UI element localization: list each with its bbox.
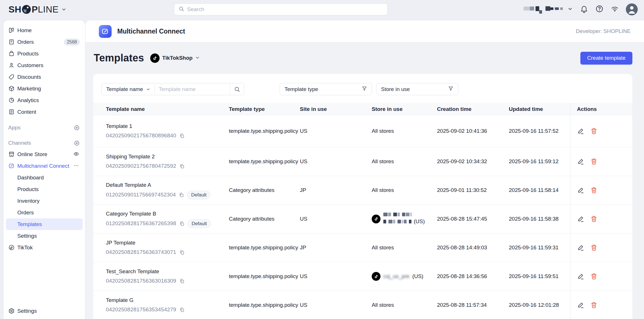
cell-template-name: Default Template A0120250901175669745230… [106, 181, 210, 199]
cell-updated-time: 2025-09-16 11:57:52 [509, 127, 559, 135]
column-header-actions: Actions [577, 103, 597, 115]
delete-trash-icon[interactable] [590, 273, 598, 280]
sidebar-item-content[interactable]: Content [6, 106, 83, 118]
template-name-input[interactable] [159, 86, 226, 92]
search-button[interactable] [230, 83, 244, 95]
sidebar-item-tiktok[interactable]: TikTok [6, 242, 83, 253]
cell-creation-time: 2025-08-28 14:49:03 [437, 244, 487, 252]
cell-template-name: Template 104202509021756780896840 [106, 123, 185, 139]
copy-id-icon[interactable] [179, 307, 185, 312]
page-title: Templates [94, 52, 144, 64]
sidebar-item-discounts[interactable]: Discounts [6, 71, 83, 83]
redacted-store-name[interactable] [524, 5, 563, 14]
products-icon [8, 50, 15, 57]
global-search-input[interactable] [187, 6, 383, 13]
cell-template-name: JP Template04202508281756363743071 [106, 239, 185, 256]
add-channels-icon[interactable] [74, 140, 80, 146]
cell-site-in-use: JP [300, 187, 306, 194]
template-name: Category Template B [106, 210, 211, 218]
sidebar-item-label: Marketing [17, 86, 41, 92]
cell-store-in-use: All stores [372, 244, 394, 252]
funnel-icon [448, 86, 454, 93]
sidebar-subitem-dashboard[interactable]: Dashboard [6, 172, 83, 183]
sidebar-section-label: Apps [8, 125, 20, 131]
sidebar-item-customers[interactable]: Customers [6, 59, 83, 71]
edit-icon[interactable] [577, 215, 585, 223]
delete-trash-icon[interactable] [590, 158, 598, 165]
cell-creation-time: 2025-08-28 15:47:45 [437, 215, 487, 223]
sidebar-item-label: Orders [17, 39, 34, 45]
sidebar-section-apps: Apps [6, 122, 83, 133]
copy-id-icon[interactable] [179, 133, 185, 138]
global-search[interactable] [174, 3, 388, 15]
avatar[interactable] [626, 3, 638, 15]
sidebar-item-orders[interactable]: Orders2568 [6, 36, 83, 48]
ellipsis-icon[interactable] [73, 163, 80, 169]
actions-column-divider [570, 103, 570, 319]
sidebar-item-label: Customers [17, 62, 43, 69]
sidebar-item-marketing[interactable]: Marketing [6, 83, 83, 94]
topbar-actions [524, 0, 638, 19]
shopline-mascot-icon [22, 5, 31, 14]
sidebar-subitem-templates[interactable]: Templates [6, 218, 83, 230]
sidebar-subitem-settings[interactable]: Settings [6, 230, 83, 242]
sidebar-item-analytics[interactable]: Analytics [6, 94, 83, 106]
table-row: Test_Search Template04202508281756363016… [93, 262, 632, 291]
cell-site-in-use: US [300, 127, 307, 135]
sidebar-item-online-store[interactable]: Online Store [6, 148, 83, 160]
edit-icon[interactable] [577, 158, 585, 165]
sidebar-subitem-inventory[interactable]: Inventory [6, 195, 83, 207]
table-body: Template 104202509021756780896840templat… [93, 115, 632, 319]
copy-id-icon[interactable] [179, 163, 185, 169]
template-name: Test_Search Template [106, 268, 185, 276]
store-region-suffix: (US) [412, 273, 423, 280]
sidebar-subitem-orders[interactable]: Orders [6, 207, 83, 218]
help-icon[interactable] [595, 5, 604, 14]
cell-template-name: Category Template B012025082817563672653… [106, 210, 211, 228]
delete-trash-icon[interactable] [590, 244, 598, 252]
store-icon [8, 151, 15, 158]
shopline-logo[interactable]: SHPLINE [9, 0, 66, 19]
cell-template-name: Shipping Template 2042025090217567804725… [106, 153, 185, 170]
delete-trash-icon[interactable] [590, 215, 598, 223]
edit-icon[interactable] [577, 187, 585, 194]
copy-id-icon[interactable] [179, 221, 185, 226]
sidebar-item-home[interactable]: Home [6, 24, 83, 36]
notifications-bell-icon[interactable] [580, 5, 588, 14]
cell-store-in-use: cxj_us_pre(US) [372, 272, 423, 281]
cell-template-type: Category attributes [229, 187, 300, 194]
edit-icon[interactable] [577, 127, 585, 135]
copy-id-icon[interactable] [179, 249, 185, 255]
search-field-select[interactable]: Template name [102, 83, 155, 95]
store-in-use-filter[interactable]: Store in use [376, 83, 458, 95]
template-name: Template G [106, 297, 185, 304]
edit-icon[interactable] [577, 301, 585, 309]
edit-icon[interactable] [577, 273, 585, 280]
delete-trash-icon[interactable] [590, 301, 598, 309]
template-id: 01202509011756697452304 [106, 191, 176, 199]
channel-label: TikTokShop [162, 55, 193, 61]
store-label: All stores [372, 187, 394, 193]
store-switcher-chevron-down-icon[interactable] [567, 6, 573, 13]
sidebar-item-multichannel-connect[interactable]: Multichannel Connect [6, 160, 83, 172]
sidebar-subitem-label: Orders [17, 210, 34, 216]
sidebar-subitem-products[interactable]: Products [6, 183, 83, 195]
sidebar-item-settings-footer[interactable]: Settings [6, 305, 83, 317]
template-name: Template 1 [106, 123, 185, 130]
eye-icon[interactable] [73, 151, 80, 158]
channel-selector[interactable]: TikTokShop [150, 53, 200, 63]
create-template-button[interactable]: Create template [580, 52, 632, 65]
orders-icon [8, 39, 15, 45]
add-apps-icon[interactable] [74, 125, 80, 131]
template-type-filter[interactable]: Template type [280, 83, 372, 95]
copy-id-icon[interactable] [179, 192, 184, 198]
store-label: All stores [372, 245, 394, 250]
wifi-status-icon[interactable] [610, 5, 619, 14]
template-search-group: Template name [101, 83, 244, 95]
copy-id-icon[interactable] [179, 278, 185, 284]
sidebar-item-products[interactable]: Products [6, 48, 83, 59]
logo-chevron-down-icon[interactable] [61, 7, 66, 12]
edit-icon[interactable] [577, 244, 585, 252]
delete-trash-icon[interactable] [590, 187, 598, 194]
delete-trash-icon[interactable] [590, 127, 598, 135]
